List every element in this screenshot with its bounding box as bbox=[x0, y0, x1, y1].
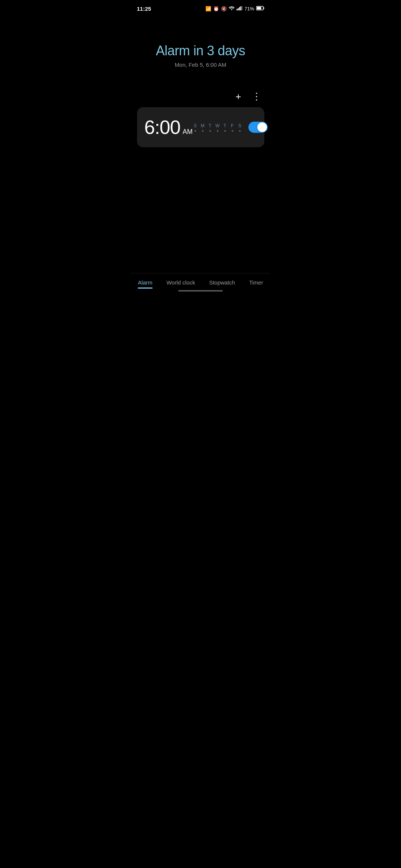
battery-icon bbox=[256, 6, 264, 11]
status-icons: 📶 ⏰ 🔇 71% bbox=[205, 6, 264, 11]
tab-timer-label: Timer bbox=[249, 279, 263, 286]
svg-rect-1 bbox=[237, 9, 238, 10]
svg-rect-5 bbox=[242, 6, 242, 10]
nfc-icon: 📶 bbox=[205, 6, 211, 11]
home-indicator bbox=[131, 290, 270, 294]
day-T1: T bbox=[208, 123, 213, 128]
tab-alarm[interactable]: Alarm bbox=[133, 278, 157, 287]
tab-world-clock-label: World clock bbox=[166, 279, 195, 286]
tab-stopwatch-label: Stopwatch bbox=[209, 279, 235, 286]
tab-alarm-label: Alarm bbox=[138, 279, 152, 286]
day-M: M bbox=[200, 123, 205, 128]
days-dots-row bbox=[193, 130, 242, 132]
status-time: 11:25 bbox=[137, 6, 151, 12]
day-W: W bbox=[215, 123, 220, 128]
day-T2: T bbox=[222, 123, 228, 128]
svg-rect-3 bbox=[239, 7, 240, 10]
dot-S1 bbox=[195, 130, 196, 132]
svg-rect-8 bbox=[257, 7, 261, 9]
days-selector: S M T W T F S bbox=[193, 123, 242, 132]
alarm-right-section: S M T W T F S bbox=[193, 122, 268, 133]
alarm-ampm: AM bbox=[183, 128, 193, 136]
alarm-toggle[interactable] bbox=[248, 122, 268, 133]
dot-F bbox=[232, 130, 233, 132]
main-content: Alarm in 3 days Mon, Feb 5, 6:00 AM bbox=[131, 13, 270, 68]
mute-icon: 🔇 bbox=[221, 6, 227, 11]
signal-icon bbox=[237, 6, 242, 11]
svg-rect-4 bbox=[241, 6, 242, 10]
add-alarm-button[interactable]: + bbox=[234, 90, 242, 103]
dot-T1 bbox=[209, 130, 211, 132]
tab-timer[interactable]: Timer bbox=[245, 278, 268, 287]
svg-rect-2 bbox=[238, 8, 239, 10]
toggle-knob bbox=[257, 122, 267, 132]
dot-S2 bbox=[239, 130, 241, 132]
nav-tabs: Alarm World clock Stopwatch Timer bbox=[131, 278, 270, 287]
tab-alarm-underline bbox=[138, 287, 153, 289]
dot-M bbox=[202, 130, 203, 132]
days-letters-row: S M T W T F S bbox=[193, 123, 242, 128]
more-options-button[interactable]: ⋮ bbox=[250, 90, 263, 103]
day-F: F bbox=[230, 123, 235, 128]
wifi-icon bbox=[229, 6, 235, 11]
battery-percent: 71% bbox=[244, 6, 254, 11]
alarm-subtext: Mon, Feb 5, 6:00 AM bbox=[175, 62, 226, 68]
home-indicator-bar bbox=[178, 290, 223, 292]
alarm-time-text: 6:00 bbox=[144, 116, 180, 138]
tab-world-clock[interactable]: World clock bbox=[162, 278, 199, 287]
day-S1: S bbox=[193, 123, 198, 128]
dot-T2 bbox=[224, 130, 226, 132]
alarm-headline: Alarm in 3 days bbox=[156, 43, 245, 59]
svg-point-0 bbox=[231, 9, 232, 10]
status-bar: 11:25 📶 ⏰ 🔇 71% bbox=[131, 0, 270, 13]
dot-W bbox=[217, 130, 218, 132]
alarm-time-display: 6:00 AM bbox=[144, 116, 193, 138]
day-S2: S bbox=[237, 123, 242, 128]
svg-rect-7 bbox=[263, 7, 264, 9]
toolbar: + ⋮ bbox=[131, 90, 270, 103]
alarm-card[interactable]: 6:00 AM S M T W T F S bbox=[137, 107, 264, 147]
alarm-icon: ⏰ bbox=[213, 6, 219, 11]
tab-stopwatch[interactable]: Stopwatch bbox=[205, 278, 239, 287]
bottom-nav: Alarm World clock Stopwatch Timer bbox=[131, 273, 270, 301]
